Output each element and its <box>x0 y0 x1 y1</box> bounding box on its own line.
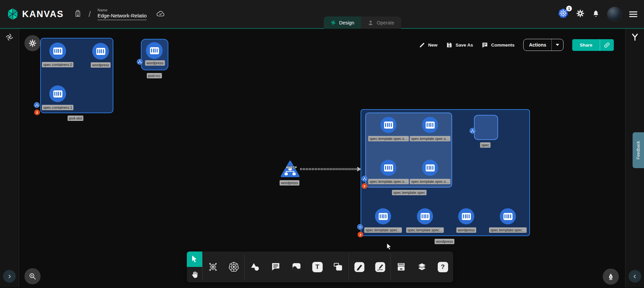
feedback-tab[interactable]: Feedback <box>633 132 644 168</box>
help-tool-button[interactable]: ? <box>432 251 453 282</box>
group-label-spec-template-spec: spec.template.spec <box>392 190 427 195</box>
pan-tool-button[interactable] <box>187 267 202 282</box>
pen-nib-icon <box>607 273 615 281</box>
save-as-button-label: Save As <box>455 43 473 48</box>
node-label: spec.template.spec.s... <box>368 136 409 141</box>
new-button-label: New <box>428 43 438 48</box>
zoom-search-button[interactable] <box>24 268 41 284</box>
node-label: wordpress <box>145 60 165 66</box>
design-canvas[interactable]: New Save As Comments Actions Share <box>19 29 625 287</box>
archive-tool-button[interactable] <box>391 251 412 282</box>
brand-wordmark: KANVAS <box>22 9 64 19</box>
copy-link-button[interactable] <box>600 39 614 51</box>
container-icon <box>462 213 471 220</box>
share-button-label: Share <box>572 39 600 51</box>
kubernetes-context-button[interactable]: 1 <box>558 8 569 20</box>
group-label-pod-rcc: pod-rcc <box>147 73 162 78</box>
pencil-scribble-icon <box>375 262 386 273</box>
container-node[interactable] <box>380 160 396 176</box>
layers-icon <box>417 262 427 272</box>
container-node[interactable] <box>417 208 433 224</box>
components-tool-button[interactable] <box>203 251 223 282</box>
layers-tool-button[interactable] <box>412 251 432 282</box>
node-label: spec.template.spec... <box>406 227 444 233</box>
user-avatar[interactable] <box>607 7 622 21</box>
comments-button[interactable]: Comments <box>482 42 515 48</box>
image-tool-button[interactable] <box>286 251 307 282</box>
network-edge[interactable] <box>300 168 358 170</box>
container-icon <box>53 90 62 97</box>
group-pod-rcc[interactable]: wordpress <box>141 39 168 70</box>
notifications-bell-icon[interactable] <box>592 10 600 19</box>
warning-count-badge[interactable]: 3 <box>358 232 363 237</box>
design-name-field[interactable]: Name Edge-Network-Relatio <box>98 8 147 20</box>
tab-operate[interactable]: Operate <box>361 16 401 29</box>
container-icon <box>384 164 393 171</box>
container-node[interactable] <box>380 117 396 133</box>
container-icon <box>503 213 513 220</box>
canvas-settings-gear-button[interactable] <box>24 35 41 51</box>
collapse-right-panel-button[interactable] <box>629 270 641 283</box>
hierarchy-badge-icon[interactable] <box>34 102 40 108</box>
container-node-wordpress[interactable] <box>92 43 109 60</box>
actions-dropdown-button[interactable]: Actions <box>523 39 564 51</box>
tab-design[interactable]: Design <box>324 16 361 29</box>
save-as-button[interactable]: Save As <box>446 42 473 48</box>
header-bar: KANVAS / Name Edge-Network-Relatio 1 <box>0 0 644 29</box>
pen-tool-button[interactable] <box>349 251 370 282</box>
actions-caret-button[interactable] <box>551 39 563 51</box>
container-node[interactable] <box>500 208 516 224</box>
drawer-archive-icon <box>396 262 406 272</box>
kubernetes-tool-button[interactable] <box>223 251 244 282</box>
operate-person-icon <box>368 20 374 26</box>
node-label: spec.containers.1 <box>42 105 73 110</box>
group-pod-skd[interactable]: spec.containers.0 wordpress spec.contain… <box>40 38 113 113</box>
hierarchy-badge-icon[interactable] <box>470 128 475 134</box>
container-node[interactable] <box>458 208 474 224</box>
hierarchy-badge-icon[interactable] <box>137 59 143 65</box>
shapes-tool-button[interactable] <box>245 251 265 282</box>
node-label-service: wordpress <box>280 180 300 186</box>
new-button[interactable]: New <box>419 42 438 48</box>
share-button[interactable]: Share <box>572 39 614 51</box>
design-name-input[interactable]: Edge-Network-Relatio <box>98 13 147 20</box>
pencil-tool-button[interactable] <box>370 251 390 282</box>
annotate-pen-button[interactable] <box>603 269 619 285</box>
feedback-label: Feedback <box>636 141 641 159</box>
tab-design-label: Design <box>339 20 354 25</box>
container-node[interactable] <box>375 208 391 224</box>
organization-icon[interactable] <box>74 9 82 19</box>
spec-node[interactable] <box>474 115 498 140</box>
comments-icon <box>482 42 488 48</box>
hierarchy-badge-icon[interactable] <box>362 176 367 182</box>
container-node-spec-containers-1[interactable] <box>49 85 66 102</box>
container-icon <box>96 48 105 55</box>
image-icon <box>291 262 302 272</box>
kanvas-logo[interactable]: KANVAS <box>7 7 64 21</box>
left-dock <box>0 29 19 287</box>
waypoints-icon[interactable] <box>631 33 639 43</box>
node-label: wordpress <box>457 227 476 233</box>
container-node[interactable] <box>422 117 438 133</box>
node-shape-tool-button[interactable] <box>328 251 348 282</box>
container-node-wordpress[interactable] <box>146 42 163 59</box>
node-label: spec.template.spec.s... <box>410 179 450 184</box>
warning-count-badge[interactable]: 3 <box>362 183 367 189</box>
warning-count-badge[interactable]: 2 <box>34 110 40 115</box>
container-node[interactable] <box>422 160 438 176</box>
text-tool-button[interactable]: T <box>307 251 328 282</box>
group-deployment-wordpress[interactable]: spec.template.spec.s... spec.template.sp… <box>361 109 530 236</box>
actions-button-label: Actions <box>524 39 551 51</box>
container-node-spec-containers-0[interactable] <box>49 43 66 59</box>
settings-gear-icon[interactable] <box>576 9 585 19</box>
shapes-icon <box>250 262 260 272</box>
mode-tabs: Design Operate <box>324 16 401 29</box>
edge-port-label: 80/TCP <box>286 165 297 169</box>
spiral-badge-icon[interactable] <box>357 224 363 230</box>
comment-tool-button[interactable] <box>265 251 286 282</box>
service-node-wordpress[interactable] <box>280 160 300 178</box>
group-spec-template-spec[interactable]: spec.template.spec.s... spec.template.sp… <box>365 113 452 188</box>
hamburger-menu-icon[interactable] <box>629 11 637 17</box>
expand-left-panel-button[interactable] <box>3 270 16 283</box>
select-tool-button[interactable] <box>187 251 202 267</box>
